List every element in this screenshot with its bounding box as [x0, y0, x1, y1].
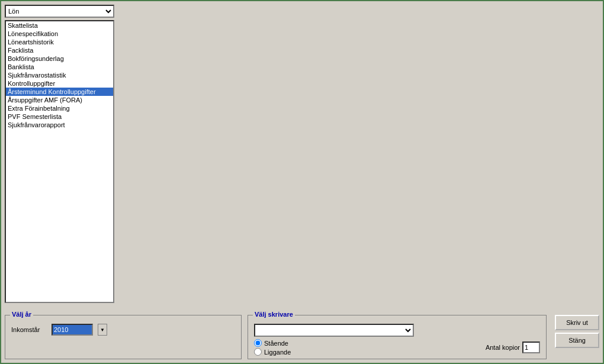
valj-skrivare-legend: Välj skrivare [253, 311, 295, 318]
list-item[interactable]: Årsuppgifter AMF (FORA) [6, 96, 113, 104]
skrivare-select-row [254, 324, 540, 337]
skriv-ut-button[interactable]: Skriv ut [555, 315, 599, 330]
standing-label: Stående [264, 340, 288, 347]
list-item[interactable]: Lönespecifikation [6, 30, 113, 38]
valj-skrivare-groupbox: Välj skrivare Stående Liggande [248, 315, 547, 359]
list-item[interactable]: Sjukfrånvarorapport [6, 121, 113, 129]
orientation-radio-group: Stående Liggande [254, 339, 291, 356]
list-item[interactable]: Sjukfrånvarostatistik [6, 71, 113, 79]
standing-radio-item: Stående [254, 339, 291, 347]
stang-button[interactable]: Stäng [555, 333, 599, 348]
liggande-label: Liggande [264, 349, 291, 356]
list-item[interactable]: Årsterminund Kontrolluppgifter [6, 88, 113, 96]
category-dropdown[interactable]: Lön [5, 5, 114, 18]
inkomstar-input[interactable] [52, 324, 93, 336]
standing-radio[interactable] [254, 339, 262, 347]
skrivare-dropdown[interactable] [254, 324, 414, 337]
valj-ar-groupbox: Välj år Inkomstår ▼ [5, 315, 242, 359]
liggande-radio-item: Liggande [254, 348, 291, 356]
antal-kopior-row: Antal kopior [486, 342, 540, 353]
liggande-radio[interactable] [254, 348, 262, 356]
antal-kopior-input[interactable] [522, 342, 540, 353]
dropdown-row: Lön [5, 5, 599, 18]
top-section: Lön SkattelistaLönespecifikationLönearts… [5, 5, 599, 311]
list-item[interactable]: Extra Förainbetalning [6, 104, 113, 112]
buttons-column: Skriv ut Stäng [555, 315, 599, 348]
list-item[interactable]: Skattelista [6, 21, 113, 30]
inkomstar-label: Inkomstår [11, 326, 47, 333]
list-item[interactable]: Kontrolluppgifter [6, 79, 113, 88]
main-container: Lön SkattelistaLönespecifikationLönearts… [1, 1, 603, 363]
bottom-section: Välj år Inkomstår ▼ Välj skrivare Ståend… [5, 315, 599, 359]
list-item[interactable]: Banklista [6, 63, 113, 71]
inkomstar-spinner[interactable]: ▼ [98, 324, 107, 336]
valj-ar-legend: Välj år [10, 311, 33, 318]
inkomstar-row: Inkomstår ▼ [11, 324, 235, 336]
antal-kopior-label: Antal kopior [486, 344, 520, 351]
list-item[interactable]: Facklista [6, 46, 113, 54]
orientation-section: Stående Liggande Antal kopior [254, 339, 540, 356]
list-item[interactable]: Bokföringsunderlag [6, 54, 113, 63]
list-item[interactable]: Löneartshistorik [6, 38, 113, 46]
list-item[interactable]: PVF Semesterlista [6, 112, 113, 121]
listbox-container[interactable]: SkattelistaLönespecifikationLöneartshist… [5, 20, 114, 303]
